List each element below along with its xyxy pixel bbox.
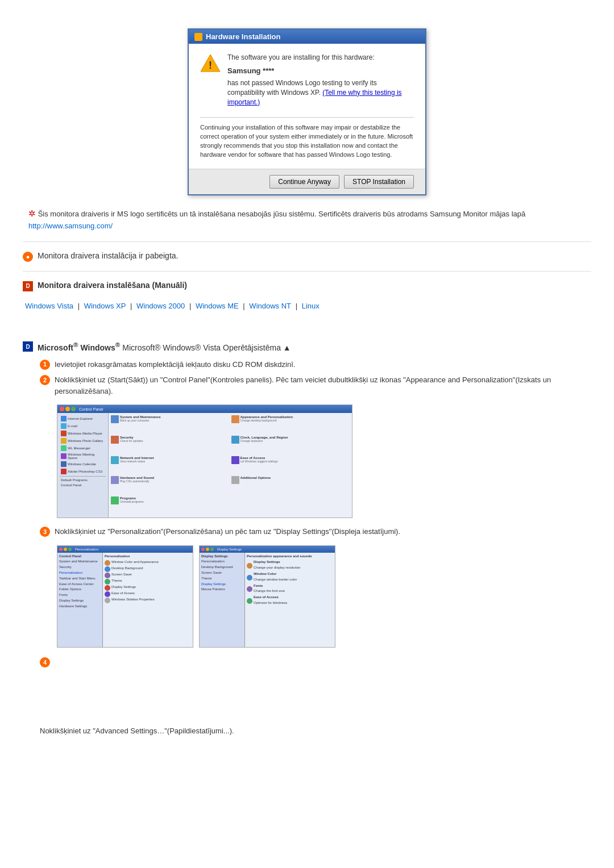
screenshot-title-bar: Control Panel bbox=[57, 405, 352, 413]
step-4-circle: 4 bbox=[40, 657, 50, 667]
hardware-installation-dialog: Hardware Installation ! The software you… bbox=[188, 28, 426, 195]
device-name: Samsung **** bbox=[227, 66, 414, 76]
ds-titlebar: Display Settings bbox=[200, 546, 335, 553]
ds-left: Display Settings Personalization Desktop… bbox=[200, 553, 245, 647]
dialog-body: ! The software you are installing for th… bbox=[189, 44, 425, 169]
asterisk-icon: ✲ bbox=[28, 208, 36, 218]
max-dot bbox=[71, 407, 76, 411]
nav-link-me[interactable]: Windows ME bbox=[196, 302, 239, 310]
pers-content: Control Panel System and Maintenance Sec… bbox=[57, 553, 193, 647]
notice-text: Šis monitora draiveris ir MS logo sertif… bbox=[38, 210, 526, 218]
control-panel-screenshot: Control Panel Internet Explorer E-mail W… bbox=[57, 404, 352, 518]
os-nav-links: Windows Vista | Windows XP | Windows 200… bbox=[23, 302, 591, 310]
sidebar-meeting: Windows Meeting Space bbox=[60, 452, 106, 460]
sidebar-gallery: Windows Photo Gallery bbox=[60, 437, 106, 444]
installation-complete-text: Monitora draivera instalācija ir pabeigt… bbox=[38, 251, 178, 260]
dialog-warning-row: ! The software you are installing for th… bbox=[200, 53, 414, 110]
ds-right: Personalization appearance and sounds Di… bbox=[245, 553, 335, 647]
sidebar-messenger: WL Messenger bbox=[60, 445, 106, 452]
sidebar-email: E-mail bbox=[60, 423, 106, 429]
pers-left: Control Panel System and Maintenance Sec… bbox=[57, 553, 103, 647]
step-3-icon: 3 bbox=[40, 527, 50, 537]
bullet-square-blue-icon: D bbox=[23, 341, 33, 352]
dialog-title: Hardware Installation bbox=[206, 32, 280, 41]
cp-hardware: Hardware and SoundPlay CDs automatically bbox=[111, 476, 230, 495]
min-dot bbox=[65, 407, 70, 411]
step-2-text: Noklikšķiniet uz (Start(Sākt)) un "Contr… bbox=[55, 374, 591, 397]
installation-complete-section: ● Monitora draivera instalācija ir pabei… bbox=[23, 251, 591, 262]
cp-additional: Additional Options bbox=[231, 476, 350, 495]
svg-text:!: ! bbox=[209, 60, 212, 71]
dialog-title-bar: Hardware Installation bbox=[189, 30, 425, 44]
sidebar-wmp: Windows Media Player bbox=[60, 430, 106, 437]
personalization-screenshot: Personalization Control Panel System and… bbox=[57, 545, 193, 648]
step2-screenshot-container: Control Panel Internet Explorer E-mail W… bbox=[57, 404, 591, 518]
ms-logo-notice: ✲ Šis monitora draiveris ir MS logo sert… bbox=[23, 207, 591, 232]
nav-link-linux[interactable]: Linux bbox=[302, 302, 320, 310]
cp-main: System and MaintenanceBack up your compu… bbox=[109, 413, 352, 518]
ds-content: Display Settings Personalization Desktop… bbox=[200, 553, 335, 647]
dialog-text-block: The software you are installing for this… bbox=[227, 53, 414, 110]
pers-titlebar: Personalization bbox=[57, 546, 193, 553]
continue-anyway-button[interactable]: Continue Anyway bbox=[269, 175, 339, 189]
bullet-circle-icon: ● bbox=[23, 252, 33, 262]
sidebar-default: Default Programs bbox=[60, 478, 106, 482]
nav-link-xp[interactable]: Windows XP bbox=[84, 302, 126, 310]
cp-network: Network and InternetView network status bbox=[111, 456, 230, 475]
manual-install-section: D Monitora draivera instalēšana (Manuāli… bbox=[23, 281, 591, 291]
step4-note: Noklikšķiniet uz "Advanced Settings…"(Pa… bbox=[40, 727, 591, 735]
step-1-text: Ievietojiet rokasgrāmatas komplektācijā … bbox=[55, 359, 295, 370]
dialog-wrapper: Hardware Installation ! The software you… bbox=[23, 28, 591, 195]
vista-heading-text: Microsoft® Windows® Microsoft® Windows® … bbox=[38, 341, 291, 352]
cp-programs: ProgramsUninstall programs bbox=[111, 496, 230, 515]
cp-appearance: Appearance and PersonalizationChange des… bbox=[231, 415, 350, 434]
step3-screenshots: Personalization Control Panel System and… bbox=[57, 545, 591, 648]
cp-content: Internet Explorer E-mail Windows Media P… bbox=[57, 413, 352, 518]
vista-steps-list: 1 Ievietojiet rokasgrāmatas komplektācij… bbox=[40, 359, 591, 667]
vista-step-1: 1 Ievietojiet rokasgrāmatas komplektācij… bbox=[40, 359, 591, 370]
divider-1 bbox=[23, 241, 591, 242]
cp-ease: Ease of AccessLet Windows suggest settin… bbox=[231, 456, 350, 475]
vista-step-2: 2 Noklikšķiniet uz (Start(Sākt)) un "Con… bbox=[40, 374, 591, 397]
cp-sidebar: Internet Explorer E-mail Windows Media P… bbox=[57, 413, 109, 518]
sidebar-internet: Internet Explorer bbox=[60, 415, 106, 422]
step-2-icon: 2 bbox=[40, 375, 50, 385]
bullet-square-icon: D bbox=[23, 281, 33, 291]
cp-security: SecurityCheck for updates bbox=[111, 436, 230, 454]
nav-link-vista[interactable]: Windows Vista bbox=[25, 302, 73, 310]
sidebar-cp: Control Panel bbox=[60, 483, 106, 487]
close-dot bbox=[60, 407, 64, 411]
divider-2 bbox=[23, 271, 591, 272]
vista-step-3: 3 Noklikšķiniet uz "Personalization"(Per… bbox=[40, 526, 591, 537]
cp-title: Control Panel bbox=[79, 407, 103, 411]
logo-test-text: has not passed Windows Logo testing to v… bbox=[227, 78, 414, 107]
dialog-warning-text: Continuing your installation of this sof… bbox=[200, 117, 414, 160]
step-1-icon: 1 bbox=[40, 360, 50, 370]
step-3-text: Noklikšķiniet uz "Personalization"(Perso… bbox=[55, 526, 400, 537]
manual-install-heading: Monitora draivera instalēšana (Manuāli) bbox=[38, 281, 187, 290]
warning-svg: ! bbox=[200, 53, 221, 73]
ds-title: Display Settings bbox=[217, 548, 242, 551]
sidebar-calendar: Windows Calendar bbox=[60, 461, 106, 468]
sidebar-adobe: Adobe Photoshop CS3 bbox=[60, 468, 106, 475]
dialog-footer: Continue Anyway STOP Installation bbox=[189, 169, 425, 194]
step-4-marker: 4 bbox=[40, 657, 591, 667]
vista-section-heading: D Microsoft® Windows® Microsoft® Windows… bbox=[23, 341, 591, 352]
cp-clock: Clock, Language, and RegionChange keyboa… bbox=[231, 436, 350, 454]
display-settings-screenshot: Display Settings Display Settings Person… bbox=[199, 545, 335, 648]
warning-triangle-icon: ! bbox=[200, 53, 221, 73]
nav-link-nt[interactable]: Windows NT bbox=[249, 302, 291, 310]
samsung-link[interactable]: http://www.samsung.com/ bbox=[28, 222, 113, 230]
dialog-icon bbox=[194, 33, 202, 41]
nav-link-2000[interactable]: Windows 2000 bbox=[136, 302, 185, 310]
cp-system: System and MaintenanceBack up your compu… bbox=[111, 415, 230, 434]
stop-installation-button[interactable]: STOP Installation bbox=[344, 175, 414, 189]
pers-title: Personalization bbox=[75, 548, 98, 551]
pers-right: Personalization Window Color and Appeara… bbox=[103, 553, 193, 647]
software-label: The software you are installing for this… bbox=[227, 53, 414, 62]
